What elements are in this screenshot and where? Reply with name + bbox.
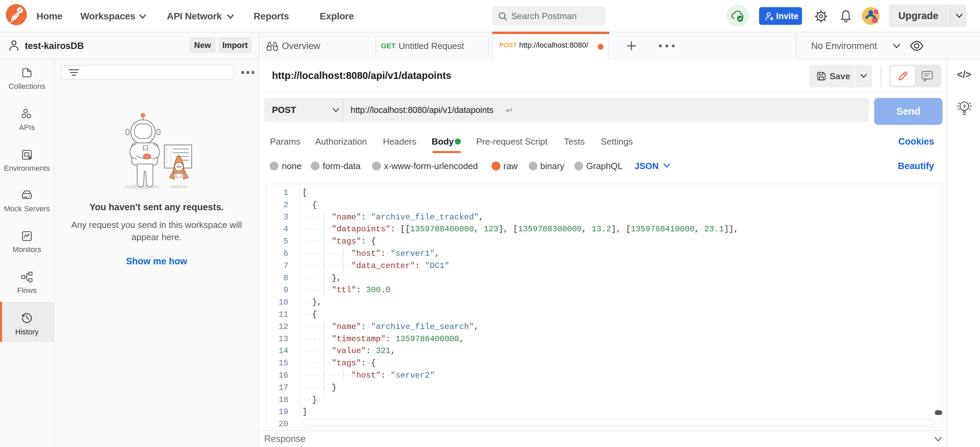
- svg-text:</>: </>: [176, 165, 181, 169]
